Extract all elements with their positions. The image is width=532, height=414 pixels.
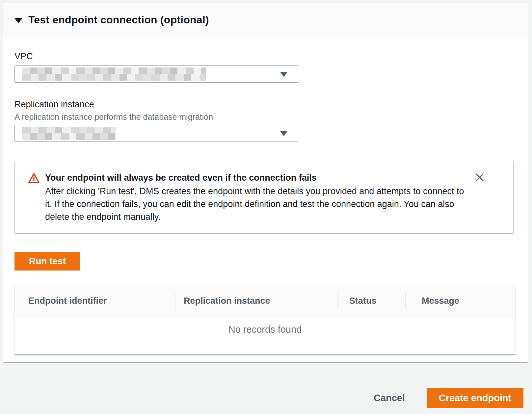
replication-instance-selected-value-redacted [22,127,116,140]
close-icon[interactable] [474,172,486,184]
column-header-replication-instance: Replication instance [175,285,338,317]
section-header[interactable]: Test endpoint connection (optional) [3,3,528,37]
section-body: VPC Replication instance A replication i… [3,37,528,354]
collapse-triangle-icon[interactable] [14,18,22,23]
replication-instance-description: A replication instance performs the data… [14,112,517,122]
alert-title: Your endpoint will always be created eve… [45,171,471,184]
test-results-table: Endpoint identifier Replication instance… [14,285,516,354]
replication-instance-label: Replication instance [14,98,517,110]
section-title: Test endpoint connection (optional) [28,14,209,26]
warning-alert: Your endpoint will always be created eve… [14,161,514,234]
alert-text-block: Your endpoint will always be created eve… [45,171,471,223]
create-endpoint-button[interactable]: Create endpoint [427,388,523,408]
table-header-row: Endpoint identifier Replication instance… [14,285,516,317]
vpc-selected-value-redacted [22,67,206,81]
warning-triangle-icon [28,172,40,184]
column-header-message: Message [405,285,516,317]
run-test-button[interactable]: Run test [14,252,80,271]
test-endpoint-section-card: Test endpoint connection (optional) VPC … [3,3,528,362]
replication-instance-select[interactable] [14,125,298,142]
cancel-button[interactable]: Cancel [372,392,407,404]
footer-actions: Cancel Create endpoint [372,388,523,408]
column-header-endpoint-identifier: Endpoint identifier [14,285,175,317]
vpc-select[interactable] [14,65,298,83]
empty-state-message: No records found [14,317,516,354]
alert-body: After clicking 'Run test', DMS creates t… [45,185,471,223]
column-header-status: Status [338,285,405,317]
vpc-label: VPC [14,50,517,62]
